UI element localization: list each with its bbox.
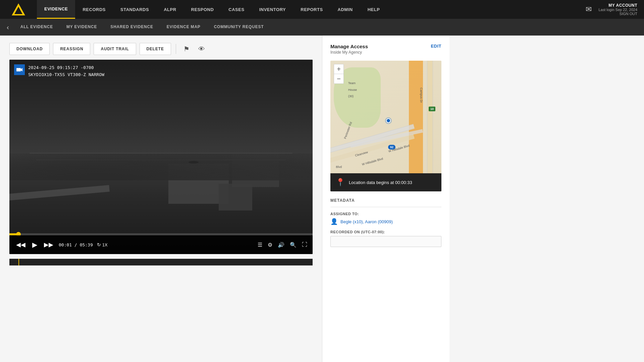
person-icon: 👤	[330, 218, 338, 225]
nav-right: ✉ MY ACCOUNT Last login Sep 22, 2024 SIG…	[584, 3, 644, 16]
camera-icon	[16, 66, 23, 73]
current-time: 00:01	[59, 242, 72, 247]
assigned-to-label: ASSIGNED TO:	[330, 212, 441, 216]
loop-icon: ↻	[97, 242, 101, 247]
cam-icon	[14, 64, 25, 75]
account-title: MY ACCOUNT	[598, 3, 637, 8]
device-line: SKYDIOX10-TX5S VT300-Z NARROW	[28, 71, 104, 78]
zoom-out-button[interactable]: −	[334, 74, 343, 83]
edit-link[interactable]: EDIT	[431, 44, 441, 49]
manage-access-subtitle: Inside My Agency	[330, 50, 368, 55]
total-time: 05:39	[80, 242, 93, 247]
sign-out-link[interactable]: SIGN OUT	[598, 12, 637, 16]
fullscreen-button[interactable]: ⛶	[302, 242, 307, 248]
map-label-whillsdale1: W Hillsdale Blvd	[362, 157, 383, 167]
timestamp-line: 2024-09-25 09:15:27 -0700	[28, 64, 104, 71]
assigned-to-name[interactable]: Begle (x10), Aaron (00909)	[340, 219, 393, 224]
metadata-divider	[330, 207, 441, 207]
svg-marker-4	[21, 68, 22, 71]
subnav-all-evidence[interactable]: ALL EVIDENCE	[14, 19, 60, 36]
manage-access-header: Manage Access Inside My Agency EDIT	[330, 44, 441, 55]
video-timestamp-text: 2024-09-25 09:15:27 -0700 SKYDIOX10-TX5S…	[28, 64, 104, 78]
main-content: DOWNLOAD REASSIGN AUDIT TRAIL DELETE ⚑ 👁	[0, 36, 644, 362]
reassign-button[interactable]: REASSIGN	[53, 43, 90, 55]
video-overlay: 2024-09-25 09:15:27 -0700 SKYDIOX10-TX5S…	[14, 64, 104, 78]
left-panel: DOWNLOAD REASSIGN AUDIT TRAIL DELETE ⚑ 👁	[0, 36, 322, 362]
back-button[interactable]: ‹	[5, 23, 14, 31]
manage-access-info: Manage Access Inside My Agency	[330, 44, 368, 55]
top-nav: EVIDENCE RECORDS STANDARDS ALPR RESPOND …	[0, 0, 644, 19]
zoom-in-button[interactable]: +	[334, 64, 343, 74]
assigned-to-value: 👤 Begle (x10), Aaron (00909)	[330, 218, 441, 225]
recorded-on-row: RECORDED ON (UTC-07:00):	[330, 230, 441, 247]
nav-item-admin[interactable]: ADMIN	[330, 0, 360, 19]
action-buttons: DOWNLOAD REASSIGN AUDIT TRAIL DELETE ⚑ 👁	[9, 43, 313, 55]
loop-speed: ↻ 1X	[97, 242, 108, 247]
nav-item-records[interactable]: RECORDS	[75, 0, 113, 19]
play-button[interactable]: ▶	[31, 240, 39, 249]
account-info: MY ACCOUNT Last login Sep 22, 2024 SIGN …	[598, 3, 637, 16]
video-container: 2024-09-25 09:15:27 -0700 SKYDIOX10-TX5S…	[9, 60, 313, 254]
map-zoom-controls: + −	[334, 64, 344, 84]
subnav-evidence-map[interactable]: EVIDENCE MAP	[160, 19, 207, 36]
map-secondary-road	[427, 61, 433, 191]
delete-button[interactable]: DELETE	[140, 43, 171, 55]
sub-nav: ‹ ALL EVIDENCE MY EVIDENCE SHARED EVIDEN…	[0, 19, 644, 36]
flag-button[interactable]: ⚑	[181, 43, 192, 55]
ctrl-right: ☰ ⚙ 🔊 🔍 ⛶	[258, 242, 307, 248]
map-location-dot	[386, 118, 391, 123]
zoom-search-button[interactable]: 🔍	[290, 242, 297, 248]
nav-item-evidence[interactable]: EVIDENCE	[37, 0, 75, 19]
video-scene	[9, 60, 313, 254]
map-container[interactable]: 10 92 Team House (30) Perimeter Rd Clear…	[330, 61, 441, 191]
rewind-button[interactable]: ◀◀	[15, 240, 27, 249]
timeline-position	[18, 259, 19, 265]
volume-button[interactable]: 🔊	[278, 242, 284, 248]
mail-button[interactable]: ✉	[584, 4, 593, 15]
logo-icon	[11, 2, 26, 17]
settings-eq-button[interactable]: ☰	[258, 242, 262, 248]
map-background: 10 92 Team House (30) Perimeter Rd Clear…	[330, 61, 441, 191]
audit-trail-button[interactable]: AUDIT TRAIL	[94, 43, 136, 55]
nav-items: EVIDENCE RECORDS STANDARDS ALPR RESPOND …	[37, 0, 387, 19]
location-pin-icon: 📍	[336, 178, 345, 187]
last-login: Last login Sep 22, 2024	[598, 8, 637, 12]
speed-display: 1X	[102, 242, 108, 247]
timeline-strip[interactable]	[9, 259, 313, 265]
video-controls: ◀◀ ▶ ▶▶ 00:01 / 05:39 ↻ 1X ☰ ⚙ 🔊 🔍	[9, 235, 313, 254]
download-button[interactable]: DOWNLOAD	[9, 43, 50, 55]
time-separator: /	[74, 242, 80, 247]
eye-button[interactable]: 👁	[196, 43, 208, 55]
nav-item-cases[interactable]: CASES	[221, 0, 252, 19]
metadata-title: METADATA	[330, 198, 441, 203]
map-label-teamhouse3: (30)	[348, 95, 354, 98]
settings-gear-button[interactable]: ⚙	[268, 242, 272, 248]
nav-item-help[interactable]: HELP	[360, 0, 387, 19]
time-display: 00:01 / 05:39	[59, 242, 93, 247]
recorded-on-input[interactable]	[330, 236, 441, 247]
highway-badge-10: 10	[429, 107, 435, 111]
svg-rect-3	[16, 68, 21, 71]
location-banner-text: Location data begins at 00:00:33	[349, 180, 412, 185]
map-label-campusdr: Campus Dr	[420, 87, 423, 103]
vertical-divider	[176, 44, 176, 54]
nav-item-standards[interactable]: STANDARDS	[113, 0, 156, 19]
nav-item-reports[interactable]: REPORTS	[293, 0, 330, 19]
map-label-blvd: Blvd	[336, 165, 342, 169]
logo-area[interactable]	[0, 0, 37, 19]
nav-item-respond[interactable]: RESPOND	[184, 0, 221, 19]
manage-access-title: Manage Access	[330, 44, 368, 49]
frame-forward-button[interactable]: ▶▶	[43, 240, 55, 249]
map-label-teamhouse2: House	[348, 88, 357, 92]
location-banner: 📍 Location data begins at 00:00:33	[330, 173, 441, 191]
nav-item-alpr[interactable]: ALPR	[156, 0, 183, 19]
metadata-section: METADATA ASSIGNED TO: 👤 Begle (x10), Aar…	[330, 198, 441, 258]
map-label-teamhouse: Team	[348, 81, 356, 85]
subnav-my-evidence[interactable]: MY EVIDENCE	[60, 19, 104, 36]
nav-item-inventory[interactable]: INVENTORY	[252, 0, 293, 19]
subnav-shared-evidence[interactable]: SHARED EVIDENCE	[104, 19, 160, 36]
subnav-community-request[interactable]: COMMUNITY REQUEST	[207, 19, 271, 36]
right-panel: Manage Access Inside My Agency EDIT	[322, 36, 449, 362]
map-label-perimeter: Perimeter Rd	[343, 121, 353, 139]
recorded-on-label: RECORDED ON (UTC-07:00):	[330, 230, 441, 234]
